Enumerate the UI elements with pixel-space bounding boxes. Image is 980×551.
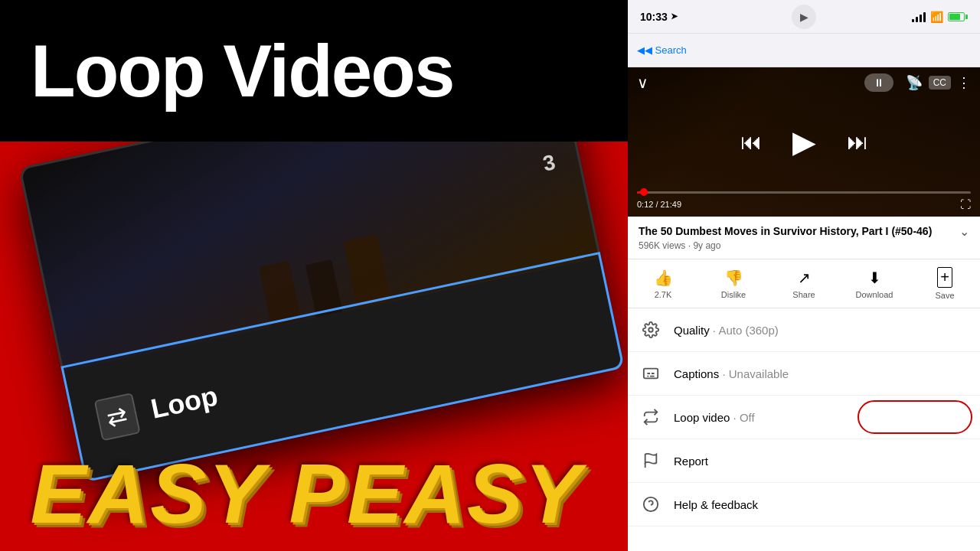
like-button[interactable]: 👍 2.7K bbox=[640, 269, 686, 299]
download-button[interactable]: ⬇ Download bbox=[851, 269, 897, 299]
signal-bars-icon bbox=[912, 11, 926, 22]
status-left: 10:33 ➤ bbox=[640, 11, 678, 23]
like-icon: 👍 bbox=[654, 269, 673, 287]
save-button[interactable]: + Save bbox=[922, 267, 968, 300]
svg-point-0 bbox=[648, 328, 653, 332]
video-player[interactable]: ∨ ⏸ 📡 CC ⋮ ⏮ ▶ ⏭ bbox=[628, 67, 980, 217]
video-center-controls: ⏮ ▶ ⏭ bbox=[628, 98, 980, 185]
save-icon: + bbox=[937, 267, 952, 288]
loop-icon-left: ⇄ bbox=[94, 393, 141, 441]
loop-label: Loop video · Off bbox=[674, 411, 755, 424]
nav-forward-circle[interactable]: ▶ bbox=[792, 5, 816, 29]
quality-label: Quality · Auto (360p) bbox=[674, 324, 779, 337]
pause-button[interactable]: ⏸ bbox=[864, 73, 893, 92]
loop-label-text: Loop bbox=[148, 380, 220, 425]
cc-icon[interactable]: CC bbox=[929, 76, 951, 90]
download-label: Download bbox=[856, 290, 893, 299]
menu-list: Quality · Auto (360p) Captions · Unavail… bbox=[628, 308, 980, 551]
easy-peasy-text: EASY PEASY bbox=[0, 452, 620, 536]
video-controls: ∨ ⏸ 📡 CC ⋮ ⏮ ▶ ⏭ bbox=[628, 67, 980, 217]
dislike-label: Dislike bbox=[721, 290, 746, 299]
chevron-down-icon[interactable]: ∨ bbox=[637, 73, 648, 92]
current-time: 0:12 bbox=[637, 200, 653, 209]
video-top-controls: ∨ ⏸ 📡 CC ⋮ bbox=[628, 67, 980, 98]
cast-icon[interactable]: 📡 bbox=[906, 74, 923, 91]
progress-dot bbox=[640, 188, 648, 196]
captions-label: Captions · Unavailable bbox=[674, 367, 789, 380]
nav-bar: ◀ ◀ Search bbox=[628, 34, 980, 67]
dislike-icon: 👎 bbox=[724, 269, 743, 287]
play-button[interactable]: ▶ bbox=[792, 124, 816, 159]
time-display: 0:12 / 21:49 ⛶ bbox=[637, 198, 971, 210]
share-icon: ↗ bbox=[798, 269, 811, 287]
save-label: Save bbox=[935, 291, 954, 300]
status-time: 10:33 ➤ bbox=[640, 11, 678, 23]
skip-back-button[interactable]: ⏮ bbox=[740, 129, 762, 155]
status-bar: 10:33 ➤ ▶ 📶 bbox=[628, 0, 980, 34]
fullscreen-button[interactable]: ⛶ bbox=[960, 198, 971, 210]
flag-icon bbox=[640, 450, 662, 471]
video-age: 9y ago bbox=[693, 240, 720, 251]
video-meta: 596K views · 9y ago bbox=[639, 240, 969, 251]
menu-item-help[interactable]: Help & feedback bbox=[628, 483, 980, 527]
gear-icon bbox=[640, 319, 662, 341]
menu-item-report[interactable]: Report bbox=[628, 439, 980, 483]
download-icon: ⬇ bbox=[868, 269, 881, 287]
video-title-row: The 50 Dumbest Moves in Survivor History… bbox=[639, 224, 969, 239]
status-right: 📶 bbox=[912, 11, 968, 23]
view-count: 596K views bbox=[639, 240, 685, 251]
location-icon: ➤ bbox=[671, 11, 678, 21]
skip-forward-button[interactable]: ⏭ bbox=[847, 129, 868, 155]
total-time: 21:49 bbox=[660, 200, 681, 209]
help-label: Help & feedback bbox=[674, 498, 758, 511]
top-strip: Loop Videos bbox=[0, 0, 628, 142]
menu-item-quality[interactable]: Quality · Auto (360p) bbox=[628, 308, 980, 352]
video-info: The 50 Dumbest Moves in Survivor History… bbox=[628, 217, 980, 259]
report-label: Report bbox=[674, 455, 708, 468]
left-panel: Loop Videos ⭐ 202 bbox=[0, 0, 628, 551]
help-icon bbox=[640, 494, 662, 515]
dislike-button[interactable]: 👎 Dislike bbox=[710, 269, 756, 299]
video-bottom-controls: 0:12 / 21:49 ⛶ bbox=[628, 185, 980, 217]
battery-icon bbox=[948, 12, 968, 21]
loop-annotation-circle bbox=[858, 400, 972, 434]
more-options-icon[interactable]: ⋮ bbox=[957, 74, 971, 91]
menu-item-captions[interactable]: Captions · Unavailable bbox=[628, 352, 980, 396]
progress-bar[interactable] bbox=[637, 191, 971, 194]
main-title: Loop Videos bbox=[31, 34, 453, 108]
back-button[interactable]: ◀ ◀ Search bbox=[637, 44, 687, 56]
share-label: Share bbox=[792, 290, 815, 299]
right-panel: 10:33 ➤ ▶ 📶 bbox=[628, 0, 980, 551]
wifi-icon: 📶 bbox=[930, 11, 943, 23]
like-label: 2.7K bbox=[655, 290, 672, 299]
video-title: The 50 Dumbest Moves in Survivor History… bbox=[639, 224, 953, 238]
share-button[interactable]: ↗ Share bbox=[781, 269, 827, 299]
expand-icon[interactable]: ⌄ bbox=[959, 224, 969, 239]
loop-video-icon bbox=[640, 406, 662, 428]
action-buttons: 👍 2.7K 👎 Dislike ↗ Share ⬇ Download + Sa… bbox=[628, 259, 980, 308]
menu-item-loop[interactable]: Loop video · Off bbox=[628, 396, 980, 439]
captions-icon bbox=[640, 363, 662, 384]
